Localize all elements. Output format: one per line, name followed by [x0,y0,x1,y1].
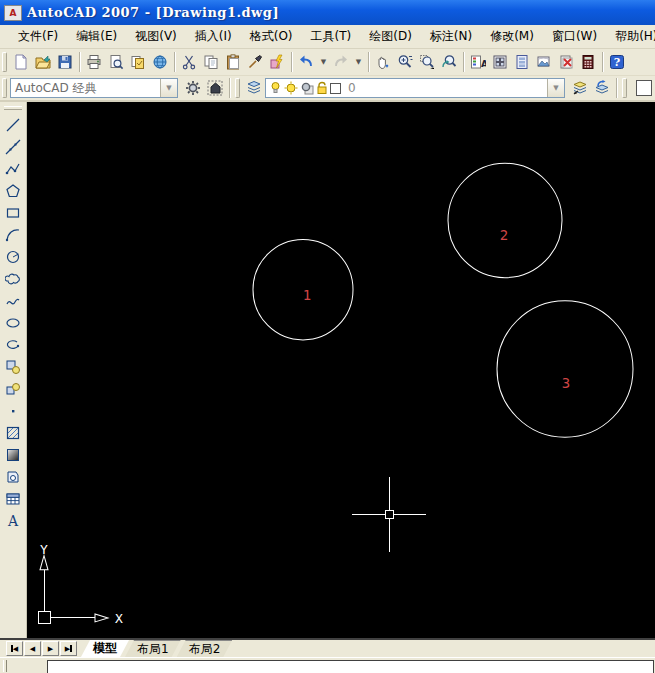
circle-button[interactable] [1,246,25,268]
construction-line-button[interactable] [1,136,25,158]
arc-button[interactable] [1,224,25,246]
tool-palettes-button[interactable] [511,51,533,73]
match-properties-button[interactable] [244,51,266,73]
line-button[interactable] [1,114,25,136]
main-area: A 123YX [0,102,655,638]
menu-dimension[interactable]: 标注(N) [421,25,481,48]
zoom-window-button[interactable] [416,51,438,73]
point-button[interactable] [1,400,25,422]
tab-layout1[interactable]: 布局1 [125,640,181,657]
revision-cloud-button[interactable] [1,268,25,290]
toolbar-grip[interactable] [2,52,7,72]
first-tab-button[interactable]: ◀ [6,641,23,656]
drawing-canvas[interactable]: 123YX [27,102,655,638]
gradient-button[interactable] [1,444,25,466]
quickcalc-button[interactable] [577,51,599,73]
rectangle-button[interactable] [1,202,25,224]
pan-button[interactable] [372,51,394,73]
menu-edit[interactable]: 编辑(E) [67,25,126,48]
zoom-previous-button[interactable] [438,51,460,73]
copy-button[interactable] [200,51,222,73]
toolbar-grip[interactable] [235,78,240,98]
circle-label-3: 3 [562,375,570,391]
chevron-down-icon[interactable]: ▼ [160,79,177,97]
cut-button[interactable] [178,51,200,73]
my-workspace-button[interactable] [204,77,226,99]
tab-model[interactable]: 模型 [81,640,129,657]
table-button[interactable] [1,488,25,510]
menu-view[interactable]: 视图(V) [126,25,186,48]
spline-button[interactable] [1,290,25,312]
zoom-realtime-button[interactable] [394,51,416,73]
plot-button[interactable] [83,51,105,73]
ucs-y-arrowhead-icon [40,556,48,570]
circle-entity-2[interactable] [448,163,562,277]
sheetset-manager-button[interactable] [533,51,555,73]
layer-states-button[interactable] [569,77,591,99]
plot-preview-button[interactable] [105,51,127,73]
undo-button[interactable] [295,51,317,73]
circle-entity-3[interactable] [497,301,633,438]
hatch-button[interactable] [1,422,25,444]
command-input-area[interactable] [47,660,654,673]
multiline-text-button[interactable]: A [1,510,25,532]
tab-layout2[interactable]: 布局2 [177,640,233,657]
layer-previous-button[interactable] [591,77,613,99]
layer-properties-manager-button[interactable] [243,77,265,99]
designcenter-button[interactable] [489,51,511,73]
standard-toolbar: ▼ ▼ A ? [0,49,655,76]
save-button[interactable] [54,51,76,73]
web-button[interactable] [149,51,171,73]
lock-unlocked-icon[interactable] [316,81,328,95]
last-tab-button[interactable]: ▶ [60,641,77,656]
undo-dropdown[interactable]: ▼ [317,51,330,73]
color-control-swatch[interactable] [636,80,652,96]
menu-help[interactable]: 帮助(H) [606,25,655,48]
menu-modify[interactable]: 修改(M) [481,25,543,48]
layer-color-swatch[interactable] [330,83,341,94]
next-tab-button[interactable]: ▶ [42,641,59,656]
bulb-on-icon[interactable] [269,81,282,95]
markup-set-manager-button[interactable] [555,51,577,73]
autocad-window: A AutoCAD 2007 - [Drawing1.dwg] 文件(F) 编辑… [0,0,655,673]
menu-file[interactable]: 文件(F) [9,25,67,48]
menu-window[interactable]: 窗口(W) [543,25,606,48]
menu-bar: 文件(F) 编辑(E) 视图(V) 插入(I) 格式(O) 工具(T) 绘图(D… [0,25,655,49]
chevron-down-icon[interactable]: ▼ [547,79,564,97]
svg-text:A: A [7,513,19,529]
menu-insert[interactable]: 插入(I) [186,25,241,48]
ellipse-arc-button[interactable] [1,334,25,356]
workspace-layers-toolbar: AutoCAD 经典 ▼ 0 ▼ [0,76,655,102]
command-window-grip[interactable] [3,660,7,672]
polyline-button[interactable] [1,158,25,180]
menu-tools[interactable]: 工具(T) [302,25,361,48]
autocad-logo-icon: A [4,5,22,21]
toolbar-grip[interactable] [622,78,627,98]
ellipse-button[interactable] [1,312,25,334]
redo-button[interactable] [330,51,352,73]
insert-block-button[interactable] [1,356,25,378]
sun-thaw-icon[interactable] [284,81,298,95]
viewport-freeze-icon[interactable] [300,81,314,95]
publish-button[interactable] [127,51,149,73]
menu-draw[interactable]: 绘图(D) [360,25,421,48]
polygon-button[interactable] [1,180,25,202]
open-button[interactable] [32,51,54,73]
block-editor-button[interactable] [266,51,288,73]
make-block-button[interactable] [1,378,25,400]
draw-toolbar: A [0,102,27,638]
paste-button[interactable] [222,51,244,73]
new-button[interactable] [10,51,32,73]
redo-dropdown[interactable]: ▼ [352,51,365,73]
previous-tab-button[interactable]: ◀ [24,641,41,656]
region-button[interactable] [1,466,25,488]
toolbar-grip[interactable] [4,106,22,110]
properties-button[interactable]: A [467,51,489,73]
workspace-settings-button[interactable] [182,77,204,99]
help-button[interactable]: ? [606,51,628,73]
menu-format[interactable]: 格式(O) [241,25,302,48]
layer-combo[interactable]: 0 ▼ [265,78,565,98]
workspace-combo[interactable]: AutoCAD 经典 ▼ [10,78,178,98]
toolbar-grip[interactable] [2,78,7,98]
title-bar: A AutoCAD 2007 - [Drawing1.dwg] [0,0,655,25]
